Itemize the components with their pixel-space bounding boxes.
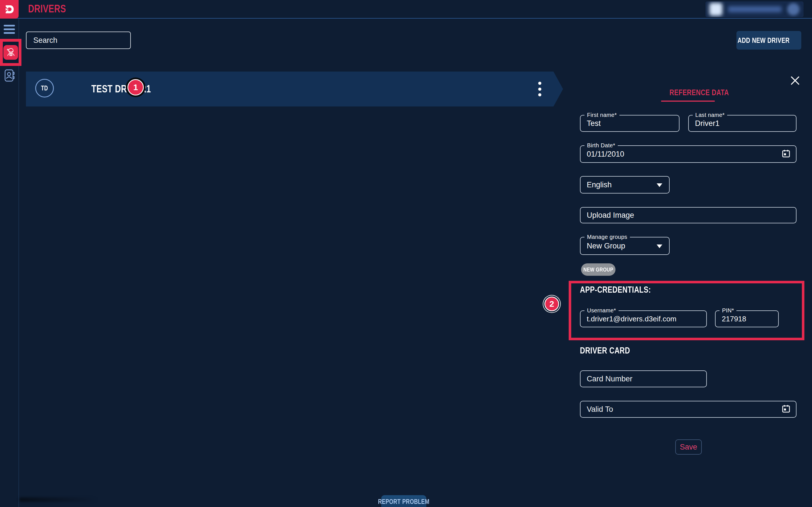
language-value: English [587,180,612,189]
new-group-chip[interactable]: NEW GROUP [581,263,615,276]
last-name-input[interactable] [689,115,796,131]
sidebar [0,18,19,507]
calendar-icon[interactable] [781,404,791,414]
brand-logo-icon [3,3,15,15]
first-name-input[interactable] [580,115,679,131]
close-icon [790,76,800,86]
sidebar-item-drivers[interactable] [3,45,18,60]
top-bar: DRIVERS [0,0,812,18]
sidebar-item-contacts[interactable] [4,69,15,82]
search-input[interactable] [26,32,131,49]
birth-date-input[interactable] [580,146,796,162]
annotation-badge-1: 1 [128,79,144,96]
birth-date-field[interactable]: Birth Date* [580,145,797,163]
last-name-field[interactable]: Last name* [688,115,797,132]
manage-groups-label: Manage groups [585,234,630,240]
menu-icon[interactable] [4,25,15,36]
driver-avatar: TD [35,79,54,98]
language-select[interactable]: English [580,176,670,193]
username-input[interactable] [580,311,706,327]
close-panel-button[interactable] [788,74,802,87]
manage-groups-value: New Group [587,242,625,250]
pin-input[interactable] [716,311,778,327]
username-field[interactable]: Username* [580,311,707,327]
chevron-down-icon [657,244,662,248]
page-title: DRIVERS [28,3,77,15]
card-number-field[interactable] [580,371,707,387]
panel-title: REFERENCE DATA [661,88,715,102]
upload-image-label: Upload Image [587,211,634,220]
drivers-page: DRIVERS [0,0,812,507]
valid-to-input[interactable] [580,401,796,417]
add-new-driver-label: ADD NEW DRIVER [738,36,790,45]
card-number-input[interactable] [580,371,706,387]
driver-list-row[interactable]: TD TEST DRIVER1 1 [26,71,563,107]
report-problem-button[interactable]: REPORT PROBLEM [381,495,426,507]
row-menu-kebab-icon[interactable] [537,82,543,96]
upload-image-button[interactable]: Upload Image [580,207,797,223]
calendar-icon[interactable] [781,149,791,159]
chevron-down-icon [657,183,662,187]
driver-card-heading: DRIVER CARD [580,345,644,356]
pin-field[interactable]: PIN* [715,311,779,327]
contacts-icon [4,69,15,82]
brand-logo[interactable] [0,0,18,18]
avatar[interactable] [787,3,800,15]
user-org-icon [709,3,722,16]
manage-groups-select[interactable]: Manage groups New Group [580,237,670,255]
save-button[interactable]: Save [675,439,702,455]
valid-to-field[interactable] [580,401,797,418]
app-credentials-heading: APP-CREDENTIALS: [580,284,671,295]
driver-icon [5,47,16,58]
annotation-badge-2: 2 [545,297,559,311]
driver-initials: TD [41,84,48,92]
user-email-redacted [728,6,781,12]
footer-shadow [19,497,112,502]
add-new-driver-button[interactable]: ADD NEW DRIVER [737,31,801,50]
user-account-area[interactable] [705,1,804,17]
first-name-field[interactable]: First name* [580,115,679,132]
